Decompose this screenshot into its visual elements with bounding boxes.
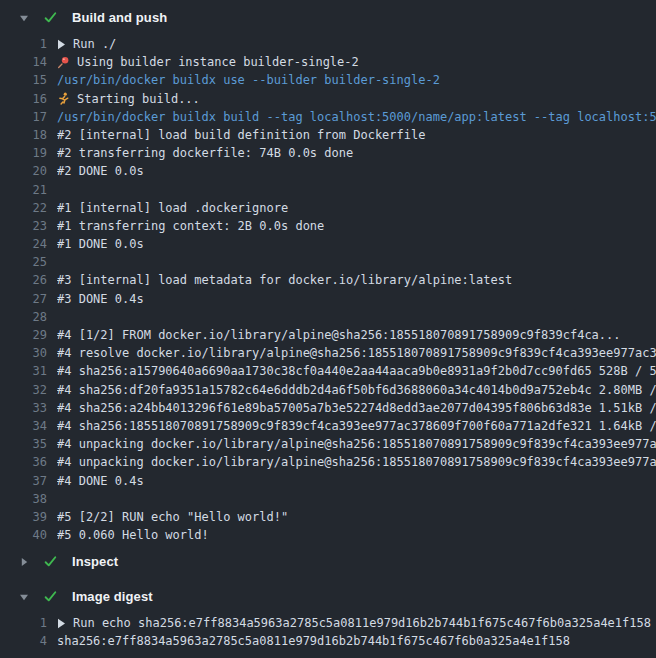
line-content: sha256:e7ff8834a5963a2785c5a0811e979d16b… <box>57 632 656 650</box>
log-line: 18#2 [internal] load build definition fr… <box>0 126 656 144</box>
line-content: #5 0.060 Hello world! <box>57 526 656 544</box>
line-text: #5 0.060 Hello world! <box>57 526 209 544</box>
line-text: #3 DONE 0.4s <box>57 290 144 308</box>
log-line: 29#4 [1/2] FROM docker.io/library/alpine… <box>0 326 656 344</box>
line-number[interactable]: 20 <box>0 162 47 180</box>
section-header-build-and-push[interactable]: Build and push <box>0 0 656 35</box>
line-number[interactable]: 35 <box>0 435 47 453</box>
log-line: 35#4 unpacking docker.io/library/alpine@… <box>0 435 656 453</box>
line-number[interactable]: 34 <box>0 417 47 435</box>
run-toggle-icon[interactable] <box>57 39 66 50</box>
line-text: Using builder instance builder-single-2 <box>77 53 359 71</box>
line-number[interactable]: 14 <box>0 53 47 71</box>
log-line: 40#5 0.060 Hello world! <box>0 526 656 544</box>
line-number[interactable]: 4 <box>0 632 47 650</box>
line-text: Starting build... <box>77 90 200 108</box>
line-content: #4 sha256:df20fa9351a15782c64e6dddb2d4a6… <box>57 381 656 399</box>
line-text: #2 transferring dockerfile: 74B 0.0s don… <box>57 144 353 162</box>
line-number[interactable]: 23 <box>0 217 47 235</box>
line-content: #4 unpacking docker.io/library/alpine@sh… <box>57 453 656 471</box>
line-content: #1 [internal] load .dockerignore <box>57 199 656 217</box>
line-text: #4 sha256:df20fa9351a15782c64e6dddb2d4a6… <box>57 381 656 399</box>
line-number[interactable]: 29 <box>0 326 47 344</box>
line-number[interactable]: 33 <box>0 399 47 417</box>
line-text: #5 [2/2] RUN echo "Hello world!" <box>57 508 288 526</box>
runner-icon <box>57 92 70 105</box>
line-text: #4 [1/2] FROM docker.io/library/alpine@s… <box>57 326 621 344</box>
section-header-image-digest[interactable]: Image digest <box>0 579 656 614</box>
line-text: #2 DONE 0.0s <box>57 162 144 180</box>
line-text: #4 unpacking docker.io/library/alpine@sh… <box>57 453 656 471</box>
log-line: 28 <box>0 308 656 326</box>
line-number[interactable]: 39 <box>0 508 47 526</box>
line-content: #3 [internal] load metadata for docker.i… <box>57 271 656 289</box>
line-number[interactable]: 40 <box>0 526 47 544</box>
line-text: #4 resolve docker.io/library/alpine@sha2… <box>57 344 656 362</box>
line-number[interactable]: 24 <box>0 235 47 253</box>
line-text: #1 [internal] load .dockerignore <box>57 199 288 217</box>
line-content: #4 resolve docker.io/library/alpine@sha2… <box>57 344 656 362</box>
pushpin-icon <box>57 56 70 69</box>
log-lines: 1Run echo sha256:e7ff8834a5963a2785c5a08… <box>0 614 656 650</box>
line-number[interactable]: 30 <box>0 344 47 362</box>
line-text: Run echo sha256:e7ff8834a5963a2785c5a081… <box>73 614 651 632</box>
log-section-build-and-push: Build and push1Run ./14Using builder ins… <box>0 0 656 544</box>
line-content: #4 DONE 0.4s <box>57 472 656 490</box>
log-line: 19#2 transferring dockerfile: 74B 0.0s d… <box>0 144 656 162</box>
line-text: #4 unpacking docker.io/library/alpine@sh… <box>57 435 656 453</box>
chevron-down-icon[interactable] <box>18 592 29 602</box>
log-line: 25 <box>0 253 656 271</box>
log-line: 24#1 DONE 0.0s <box>0 235 656 253</box>
line-text: #4 DONE 0.4s <box>57 472 144 490</box>
line-number[interactable]: 27 <box>0 290 47 308</box>
log-line: 30#4 resolve docker.io/library/alpine@sh… <box>0 344 656 362</box>
line-number[interactable]: 22 <box>0 199 47 217</box>
line-content: #3 DONE 0.4s <box>57 290 656 308</box>
section-header-inspect[interactable]: Inspect <box>0 544 656 579</box>
line-content: #5 [2/2] RUN echo "Hello world!" <box>57 508 656 526</box>
line-number[interactable]: 18 <box>0 126 47 144</box>
line-number[interactable]: 26 <box>0 271 47 289</box>
line-text: #4 sha256:a24bb4013296f61e89ba57005a7b3e… <box>57 399 656 417</box>
line-content: #2 [internal] load build definition from… <box>57 126 656 144</box>
line-text: #1 DONE 0.0s <box>57 235 144 253</box>
line-number[interactable]: 19 <box>0 144 47 162</box>
line-content: #4 unpacking docker.io/library/alpine@sh… <box>57 435 656 453</box>
line-number[interactable]: 37 <box>0 472 47 490</box>
log-section-inspect: Inspect <box>0 544 656 579</box>
section-title: Image digest <box>72 589 153 604</box>
log-line: 38 <box>0 490 656 508</box>
line-content: /usr/bin/docker buildx use --builder bui… <box>57 71 656 89</box>
check-icon <box>43 10 58 25</box>
line-content: #4 [1/2] FROM docker.io/library/alpine@s… <box>57 326 656 344</box>
line-number[interactable]: 32 <box>0 381 47 399</box>
line-content: Starting build... <box>57 90 656 108</box>
chevron-right-icon[interactable] <box>18 557 29 567</box>
line-number[interactable]: 16 <box>0 90 47 108</box>
log-lines: 1Run ./14Using builder instance builder-… <box>0 35 656 544</box>
line-number[interactable]: 31 <box>0 362 47 380</box>
line-number[interactable]: 15 <box>0 71 47 89</box>
line-content: Run ./ <box>57 35 656 53</box>
log-line: 23#1 transferring context: 2B 0.0s done <box>0 217 656 235</box>
line-content: Using builder instance builder-single-2 <box>57 53 656 71</box>
line-number[interactable]: 17 <box>0 108 47 126</box>
log-line: 33#4 sha256:a24bb4013296f61e89ba57005a7b… <box>0 399 656 417</box>
line-number[interactable]: 38 <box>0 490 47 508</box>
chevron-down-icon[interactable] <box>18 13 29 23</box>
line-content: #1 transferring context: 2B 0.0s done <box>57 217 656 235</box>
line-number[interactable]: 25 <box>0 253 47 271</box>
line-number[interactable]: 1 <box>0 614 47 632</box>
line-text: Run ./ <box>73 35 116 53</box>
line-text: #1 transferring context: 2B 0.0s done <box>57 217 324 235</box>
line-content: #4 sha256:a15790640a6690aa1730c38cf0a440… <box>57 362 656 380</box>
log-line: 39#5 [2/2] RUN echo "Hello world!" <box>0 508 656 526</box>
section-title: Build and push <box>72 10 167 25</box>
line-number[interactable]: 21 <box>0 181 47 199</box>
log-line: 1Run echo sha256:e7ff8834a5963a2785c5a08… <box>0 614 656 632</box>
line-number[interactable]: 36 <box>0 453 47 471</box>
line-content: #2 transferring dockerfile: 74B 0.0s don… <box>57 144 656 162</box>
run-toggle-icon[interactable] <box>57 618 66 629</box>
line-number[interactable]: 1 <box>0 35 47 53</box>
line-number[interactable]: 28 <box>0 308 47 326</box>
